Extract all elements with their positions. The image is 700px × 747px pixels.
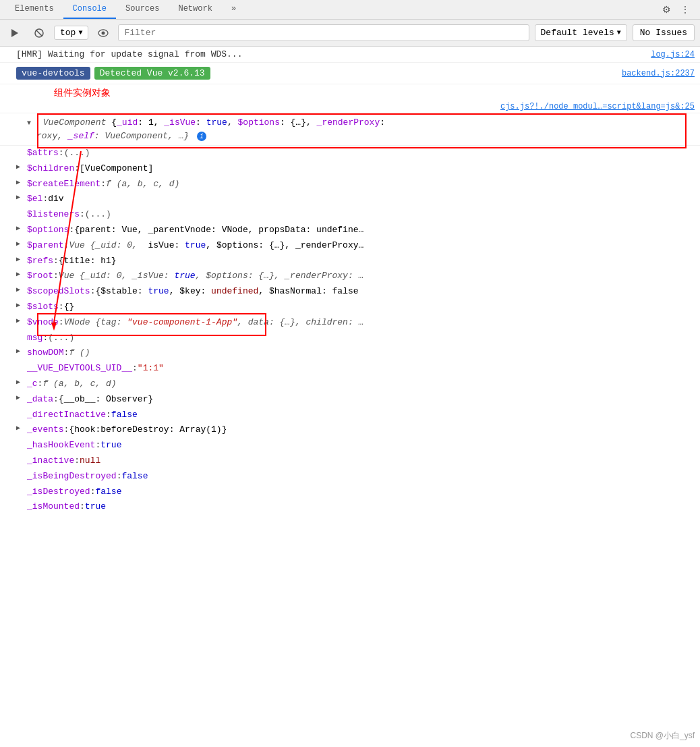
prop-val-has-hook-event: true — [100, 439, 121, 453]
prop-listeners[interactable]: ▶ $listeners : (...) — [0, 207, 700, 223]
prop-val-is-being-destroyed: false — [121, 470, 148, 484]
expand-refs[interactable]: ▶ — [16, 254, 26, 265]
tab-elements[interactable]: Elements — [5, 0, 63, 19]
prop-val-msg: (...) — [48, 331, 74, 345]
prop-val-root: Vue {_uid: 0, _isVue: true, $options: {…… — [59, 269, 364, 283]
expand-el[interactable] — [16, 192, 26, 203]
filter-input[interactable] — [118, 24, 529, 41]
prop-val-listeners: (...) — [85, 208, 111, 222]
tab-more[interactable]: » — [222, 0, 245, 19]
play-icon — [10, 28, 20, 38]
prop-key-slots: $slots — [27, 300, 59, 314]
prop-c[interactable]: _c : f (a, b, c, d) — [0, 377, 700, 392]
default-levels-button[interactable]: Default levels ▼ — [535, 24, 627, 41]
object-section: ▼ VueComponent {_uid: 1, _isVue: true, $… — [0, 113, 700, 515]
expand-slots[interactable] — [16, 300, 26, 311]
svg-line-2 — [36, 30, 42, 36]
no-issues-button[interactable]: No Issues — [633, 24, 695, 41]
chevron-down-icon: ▼ — [617, 29, 621, 36]
tab-console[interactable]: Console — [63, 0, 116, 19]
cjs-source[interactable]: cjs.js?!./node_modul…=script&lang=js&:25 — [500, 102, 695, 111]
prop-val-parent: Vue {_uid: 0, — [69, 239, 137, 253]
prop-val-direct-inactive: false — [111, 408, 138, 422]
more-options-icon[interactable]: ⋮ — [676, 0, 695, 19]
prop-show-dom[interactable]: showDOM : f () — [0, 345, 700, 361]
prop-key-direct-inactive: _directInactive — [27, 408, 106, 422]
prop-options[interactable]: $options : {parent: Vue, _parentVnode: V… — [0, 223, 700, 238]
prop-is-destroyed[interactable]: ▶ _isDestroyed : false — [0, 485, 700, 500]
chevron-down-icon: ▼ — [78, 29, 82, 36]
top-frame-selector[interactable]: top ▼ — [54, 26, 88, 40]
prop-inactive[interactable]: ▶ _inactive : null — [0, 453, 700, 469]
prop-scoped-slots[interactable]: $scopedSlots : {$stable: true, $key: und… — [0, 284, 700, 300]
tab-sources[interactable]: Sources — [116, 0, 169, 19]
prop-key-is-being-destroyed: _isBeingDestroyed — [27, 470, 117, 484]
block-icon[interactable] — [30, 24, 49, 43]
prop-direct-inactive[interactable]: ▶ _directInactive : false — [0, 408, 700, 423]
eye-icon[interactable] — [94, 24, 113, 43]
hmr-message: [HMR] Waiting for update signal from WDS… — [16, 49, 242, 59]
prop-refs[interactable]: ▶ $refs : {title: h1} — [0, 254, 700, 269]
expand-events[interactable] — [16, 423, 26, 434]
expand-vnode[interactable] — [16, 316, 26, 327]
chinese-annotation: 组件实例对象 — [0, 84, 700, 101]
info-icon[interactable]: i — [197, 132, 206, 141]
prop-attrs[interactable]: ▶ $attrs : (...) — [0, 146, 700, 161]
prop-slots[interactable]: $slots : {} — [0, 300, 700, 315]
expand-triangle[interactable]: ▼ — [27, 118, 36, 128]
eye-svg — [98, 29, 109, 37]
prop-key-has-hook-event: _hasHookEvent — [27, 439, 95, 453]
expand-parent[interactable] — [16, 239, 26, 250]
run-button[interactable] — [5, 24, 24, 43]
prop-key-options: $options — [27, 223, 69, 238]
prop-key-root: $root — [27, 269, 53, 283]
expand-data[interactable] — [16, 393, 26, 404]
prop-val-vnode: VNode {tag: "vue-component-1-App", data:… — [64, 316, 364, 330]
prop-val-attrs: (...) — [64, 146, 90, 161]
prop-vue-devtools-uid[interactable]: ▶ __VUE_DEVTOOLS_UID__ : "1:1" — [0, 361, 700, 377]
prop-key-events: _events — [27, 423, 64, 437]
expand-create-element[interactable] — [16, 177, 26, 188]
devtools-tabs: Elements Console Sources Network » ⚙ ⋮ — [0, 0, 700, 20]
prop-vnode[interactable]: $vnode : VNode {tag: "vue-component-1-Ap… — [0, 315, 700, 331]
prop-val-create-element: f (a, b, c, d) — [106, 177, 179, 192]
prop-val-is-destroyed: false — [95, 485, 121, 499]
prop-msg[interactable]: ▶ msg : (...) — [0, 331, 700, 346]
prop-val-options: {parent: Vue, _parentVnode: VNode, props… — [74, 223, 363, 238]
vue-component-main-line[interactable]: ▼ VueComponent {_uid: 1, _isVue: true, $… — [0, 113, 700, 146]
expand-show-dom[interactable] — [16, 346, 26, 357]
console-toolbar: top ▼ Default levels ▼ No Issues — [0, 20, 700, 47]
prop-key-c: _c — [27, 377, 38, 391]
backend-source[interactable]: backend.js:2237 — [622, 69, 695, 78]
prop-root[interactable]: $root : Vue {_uid: 0, _isVue: true, $opt… — [0, 269, 700, 284]
prop-create-element[interactable]: $createElement : f (a, b, c, d) — [0, 177, 700, 192]
prop-parent[interactable]: $parent : Vue {_uid: 0, isVue: true, $op… — [0, 238, 700, 254]
prop-has-hook-event[interactable]: ▶ _hasHookEvent : true — [0, 438, 700, 453]
prop-is-mounted[interactable]: ▶ _isMounted : true — [0, 499, 700, 515]
hmr-source[interactable]: log.js:24 — [651, 50, 695, 59]
vue-component-text: VueComponent — [43, 117, 107, 128]
expand-scoped-slots[interactable] — [16, 285, 26, 296]
prop-val-el: div — [48, 192, 63, 206]
prop-val-c: f (a, b, c, d) — [42, 377, 116, 391]
prop-val-refs: {title: h1} — [59, 254, 117, 269]
prop-children[interactable]: $children : [VueComponent] — [0, 161, 700, 177]
prop-val-events: {hook:beforeDestroy: Array(1)} — [69, 423, 227, 437]
prop-val-vue-devtools-uid: "1:1" — [138, 362, 164, 376]
expand-children[interactable] — [16, 162, 26, 173]
prop-val-data: {__ob__: Observer} — [59, 393, 153, 407]
prop-data[interactable]: _data : {__ob__: Observer} — [0, 392, 700, 408]
tab-network[interactable]: Network — [169, 0, 221, 19]
prop-key-msg: msg — [27, 331, 42, 345]
expand-options[interactable] — [16, 223, 26, 234]
settings-icon[interactable]: ⚙ — [657, 0, 676, 19]
expand-c[interactable] — [16, 377, 26, 388]
prop-is-being-destroyed[interactable]: ▶ _isBeingDestroyed : false — [0, 469, 700, 485]
expand-root[interactable] — [16, 269, 26, 280]
prop-key-listeners: $listeners — [27, 208, 80, 222]
prop-key-is-destroyed: _isDestroyed — [27, 485, 90, 499]
svg-point-4 — [102, 31, 105, 34]
prop-events[interactable]: _events : {hook:beforeDestroy: Array(1)} — [0, 422, 700, 438]
cjs-source-line: cjs.js?!./node_modul…=script&lang=js&:25 — [0, 101, 700, 113]
prop-el[interactable]: $el : div — [0, 192, 700, 207]
